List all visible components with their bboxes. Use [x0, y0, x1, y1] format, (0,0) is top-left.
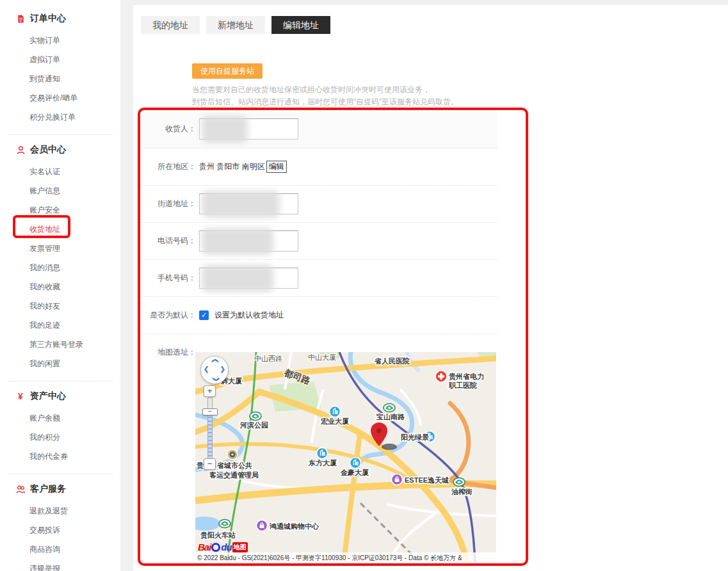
sidebar-item[interactable]: 我的足迹 [29, 316, 120, 335]
region-edit-button[interactable]: 编辑 [266, 161, 287, 173]
map-label: 地图选址： [140, 347, 196, 358]
sidebar-item[interactable]: 我的代金券 [29, 447, 120, 466]
default-label: 是否为默认： [140, 310, 196, 321]
sidebar-item[interactable]: 退款及退货 [29, 501, 120, 520]
recipient-input[interactable] [199, 118, 298, 140]
sidebar-item[interactable]: 发票管理 [29, 239, 120, 258]
sidebar-divider [8, 474, 113, 474]
sidebar-item[interactable]: 虚拟订单 [29, 50, 120, 69]
map-label: 中山大厦 [308, 353, 336, 361]
asset-icon: ¥ [15, 391, 26, 401]
map-label: 东方大厦 [308, 459, 337, 467]
map-label: 贵 [196, 462, 204, 470]
sidebar-item[interactable]: 我的好友 [29, 296, 120, 316]
sidebar-item-active[interactable]: 收货地址 [29, 220, 120, 239]
sidebar-section-header: 会员中心 [15, 144, 120, 156]
map-label: 贵州省电力 [448, 373, 484, 381]
street-label: 街道地址： [140, 198, 196, 209]
service-icon [15, 484, 26, 494]
sidebar-item[interactable]: 我的积分 [29, 428, 120, 447]
logo-text-ditu: 地图 [232, 542, 248, 552]
default-checkbox-text: 设置为默认收货地址 [214, 310, 284, 321]
map-label: 省城市公共 [216, 462, 252, 470]
address-tabs: 我的地址新增地址编辑地址 [133, 5, 728, 34]
map-label: 省人民医院 [374, 357, 410, 366]
building-map-icon [350, 458, 361, 469]
sidebar-section-header: 客户服务 [15, 483, 120, 495]
edit-address-form: 收货人： 所在地区： 贵州 贵阳市 南明区 编辑 街道地址： 电话号码： [140, 109, 497, 571]
map-canvas: 中山西路中山大厦省人民医院都司路贵州省电力职工医院辉大厦河滨公园宏业大厦宝山南路… [195, 352, 496, 563]
form-row-recipient: 收货人： [140, 109, 497, 149]
map-label: 职工医院 [448, 381, 477, 389]
map-label: 宏业大厦 [320, 417, 349, 425]
pan-right-icon[interactable]: ❯ [220, 366, 225, 373]
sidebar-item[interactable]: 实物订单 [29, 31, 120, 50]
default-address-checkbox[interactable]: ✓ [199, 310, 209, 320]
sidebar-item[interactable]: 实名认证 [29, 162, 120, 181]
sidebar-item[interactable]: 违规举报 [29, 559, 120, 571]
pickup-service-block: 使用自提服务站 当您需要对自己的收货地址保密或担心收货时间冲突时可使用该业务， … [192, 63, 728, 108]
tab-inactive[interactable]: 新增地址 [206, 16, 265, 34]
sidebar-item[interactable]: 积分兑换订单 [29, 108, 120, 127]
sidebar-item[interactable]: 账户安全 [29, 200, 120, 220]
map-zoom-out-button[interactable]: − [204, 458, 216, 470]
form-row-phone: 电话号码： [140, 223, 497, 260]
sidebar-item[interactable]: 我的消息 [29, 258, 120, 277]
phone-input[interactable] [199, 230, 298, 252]
sidebar-item[interactable]: 交易投诉 [29, 520, 120, 540]
sidebar-section-title: 客户服务 [30, 483, 66, 495]
form-row-street: 街道地址： [140, 186, 497, 223]
censored-smudge [382, 444, 397, 450]
map-label: 阳光绿景 [401, 433, 429, 441]
sidebar-divider [8, 381, 113, 382]
masked-value [202, 191, 280, 218]
mall-map-icon [257, 520, 268, 531]
sidebar-item[interactable]: 我的收藏 [29, 277, 120, 296]
map-label: 金豪大厦 [340, 469, 369, 476]
map-label: 油榨街 [451, 488, 473, 495]
building-map-icon [330, 406, 341, 417]
map-label: 客运交通管理局 [209, 471, 259, 479]
pan-down-icon[interactable]: ❮ [212, 376, 219, 382]
pan-up-icon[interactable]: ❮ [212, 358, 219, 363]
sidebar-divider [8, 134, 113, 135]
mall-map-icon [392, 474, 403, 485]
mobile-input[interactable] [199, 268, 298, 289]
region-label: 所在地区： [140, 161, 196, 172]
sidebar-item[interactable]: 我的闲置 [29, 354, 120, 373]
street-input[interactable] [199, 193, 298, 214]
map-zoom-track[interactable] [207, 398, 213, 460]
baidu-map[interactable]: 中山西路中山大厦省人民医院都司路贵州省电力职工医院辉大厦河滨公园宏业大厦宝山南路… [195, 352, 496, 563]
hospital-map-icon [435, 371, 447, 382]
masked-value [202, 265, 273, 292]
form-row-region: 所在地区： 贵州 贵阳市 南明区 编辑 [140, 149, 497, 186]
map-label: 中山西路 [254, 355, 282, 362]
tab-active[interactable]: 编辑地址 [271, 16, 330, 34]
sidebar-section-header: ¥资产中心 [15, 390, 120, 402]
map-copyright: © 2022 Baidu - GS(2021)6026号 - 甲测资字11009… [195, 552, 496, 563]
map-zoom-in-button[interactable]: + [204, 385, 216, 397]
main-content: 我的地址新增地址编辑地址 使用自提服务站 当您需要对自己的收货地址保密或担心收货… [133, 5, 728, 571]
sidebar: 订单中心实物订单虚拟订单到货通知交易评价/晒单积分兑换订单会员中心实名认证账户信… [0, 0, 120, 571]
sidebar-section-title: 资产中心 [30, 390, 66, 402]
metro-map-icon [384, 404, 395, 412]
badge-map-icon [227, 449, 238, 460]
sidebar-item[interactable]: 第三方账号登录 [29, 335, 120, 354]
use-pickup-station-button[interactable]: 使用自提服务站 [192, 63, 263, 79]
map-zoom-handle[interactable]: − [202, 408, 218, 415]
map-pan-control[interactable]: ❮ ❮ ❮ ❯ [200, 356, 229, 384]
baidu-maps-logo: Bai du 地图 [198, 542, 248, 552]
sidebar-item[interactable]: 账户信息 [29, 181, 120, 200]
pan-left-icon[interactable]: ❮ [204, 366, 209, 373]
map-label: 宝山南路 [376, 413, 405, 421]
tab-inactive[interactable]: 我的地址 [141, 16, 200, 34]
sidebar-item[interactable]: 到货通知 [29, 69, 120, 88]
pickup-desc-line2: 到货后短信、站内消息进行通知，届时您可使用“自提码”至该服务站兑码取货。 [192, 96, 728, 108]
map-label: ESTEE逸天城 [405, 476, 449, 484]
sidebar-item[interactable]: 商品咨询 [29, 540, 120, 559]
form-row-default: 是否为默认： ✓ 设置为默认收货地址 [140, 297, 497, 334]
sidebar-item[interactable]: 交易评价/晒单 [29, 88, 120, 108]
region-value: 贵州 贵阳市 南明区 [199, 161, 265, 172]
phone-label: 电话号码： [140, 236, 196, 246]
sidebar-item[interactable]: 账户余额 [29, 408, 120, 428]
